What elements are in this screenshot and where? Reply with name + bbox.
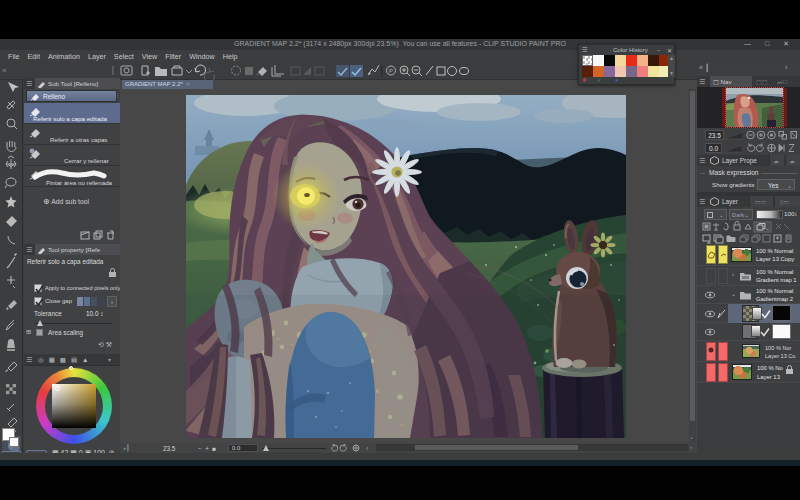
svg-text:P: P xyxy=(389,68,393,74)
svg-text:«: « xyxy=(2,66,7,75)
svg-text:‹: ‹ xyxy=(366,445,369,452)
svg-text:⌄: ⌄ xyxy=(765,225,770,231)
